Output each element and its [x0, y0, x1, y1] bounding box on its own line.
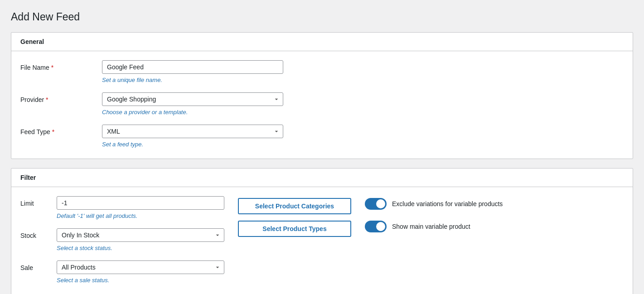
select-categories-button[interactable]: Select Product Categories [238, 198, 351, 214]
required-star-feed-type: * [52, 128, 54, 135]
sale-row: Sale All Products On Sale Only Not On Sa… [20, 260, 224, 284]
show-main-variable-slider [365, 221, 387, 232]
filter-right-col: Exclude variations for variable products… [365, 196, 624, 232]
sale-select[interactable]: All Products On Sale Only Not On Sale [57, 260, 224, 274]
required-star: * [51, 64, 53, 71]
exclude-variations-label: Exclude variations for variable products [392, 200, 503, 207]
stock-select[interactable]: Only In Stock Out of Stock All [57, 228, 224, 242]
sale-control: All Products On Sale Only Not On Sale Se… [57, 260, 224, 284]
show-main-variable-toggle-row: Show main variable product [365, 221, 624, 232]
provider-row: Provider * Google Shopping Facebook Bing… [20, 92, 624, 116]
filter-card: Filter Limit Default '-1' will get all p… [11, 168, 633, 294]
file-name-label: File Name * [20, 60, 102, 71]
feed-type-control: XML CSV TSV TXT Set a feed type. [102, 125, 283, 148]
provider-label: Provider * [20, 92, 102, 103]
stock-row: Stock Only In Stock Out of Stock All Sel… [20, 228, 224, 251]
provider-hint: Choose a provider or a template. [102, 109, 283, 116]
general-card: General File Name * Set a unique file na… [11, 32, 633, 159]
limit-input[interactable] [57, 196, 224, 210]
filter-section-title: Filter [11, 169, 633, 187]
stock-label: Stock [20, 228, 57, 239]
sale-label: Sale [20, 260, 57, 271]
general-section-title: General [11, 33, 633, 51]
file-name-control: Set a unique file name. [102, 60, 283, 83]
limit-row: Limit Default '-1' will get all products… [20, 196, 224, 219]
feed-type-select[interactable]: XML CSV TSV TXT [102, 125, 283, 138]
stock-control: Only In Stock Out of Stock All Select a … [57, 228, 224, 251]
stock-hint: Select a stock status. [57, 245, 224, 251]
file-name-row: File Name * Set a unique file name. [20, 60, 624, 83]
show-main-variable-toggle[interactable] [365, 221, 387, 232]
filter-grid: Limit Default '-1' will get all products… [20, 196, 624, 284]
required-star-provider: * [46, 96, 48, 103]
limit-control: Default '-1' will get all products. [57, 196, 224, 219]
provider-control: Google Shopping Facebook Bing Choose a p… [102, 92, 283, 116]
show-main-variable-label: Show main variable product [392, 223, 470, 230]
exclude-variations-toggle-row: Exclude variations for variable products [365, 198, 624, 210]
exclude-variations-slider [365, 198, 387, 210]
feed-type-hint: Set a feed type. [102, 141, 283, 148]
sale-hint: Select a sale status. [57, 277, 224, 284]
filter-left-col: Limit Default '-1' will get all products… [20, 196, 238, 284]
file-name-input[interactable] [102, 60, 283, 74]
feed-type-row: Feed Type * XML CSV TSV TXT Set a feed t… [20, 125, 624, 148]
select-types-button[interactable]: Select Product Types [238, 221, 351, 237]
provider-select[interactable]: Google Shopping Facebook Bing [102, 92, 283, 106]
page-title: Add New Feed [11, 11, 633, 23]
exclude-variations-toggle[interactable] [365, 198, 387, 210]
filter-mid-col: Select Product Categories Select Product… [238, 196, 365, 237]
feed-type-label: Feed Type * [20, 125, 102, 135]
file-name-hint: Set a unique file name. [102, 77, 283, 83]
limit-label: Limit [20, 196, 57, 207]
limit-hint: Default '-1' will get all products. [57, 212, 224, 219]
